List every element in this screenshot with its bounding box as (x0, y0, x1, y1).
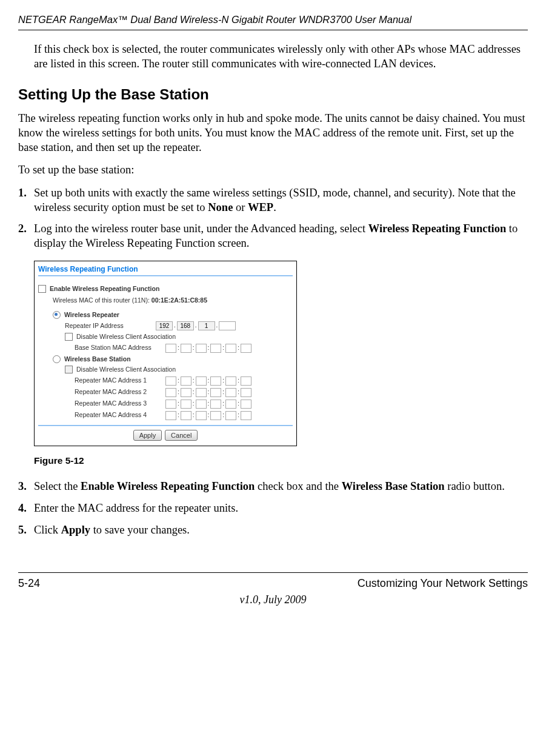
panel-button-row: Apply Cancel (38, 430, 293, 441)
mac-seg[interactable] (165, 388, 176, 397)
step-1-tail: . (273, 201, 276, 213)
base-mac-label: Base Station MAC Address (75, 344, 165, 352)
disable-assoc-checkbox-1[interactable] (65, 333, 73, 341)
step-5-bold1: Apply (61, 524, 90, 536)
disable-assoc-label-1: Disable Wireless Client Association (76, 333, 176, 341)
rep-mac4-label: Repeater MAC Address 4 (75, 411, 165, 419)
mac-seg[interactable] (225, 400, 236, 409)
step-2-body: Log into the wireless router base unit, … (34, 222, 528, 250)
cancel-button[interactable]: Cancel (165, 430, 198, 441)
section-para-1: The wireless repeating function works on… (18, 112, 528, 155)
rep-mac3-group: ::::: (165, 400, 251, 409)
mac-seg[interactable] (225, 388, 236, 397)
wireless-base-label: Wireless Base Station (64, 355, 131, 363)
mac-seg[interactable] (210, 344, 221, 353)
mac-seg[interactable] (181, 344, 191, 353)
step-2-bold1: Wireless Repeating Function (368, 222, 506, 235)
wireless-base-radio[interactable] (53, 355, 61, 363)
mac-seg[interactable] (165, 411, 176, 420)
step-5-body: Click Apply to save your changes. (34, 523, 528, 538)
mac-seg[interactable] (210, 400, 221, 409)
rep-mac1-row: Repeater MAC Address 1 ::::: (75, 376, 293, 386)
mac-seg[interactable] (210, 411, 221, 420)
mac-seg[interactable] (196, 411, 207, 420)
rep-mac1-label: Repeater MAC Address 1 (75, 376, 165, 384)
mac-seg[interactable] (241, 400, 251, 409)
base-mac-row: Base Station MAC Address ::::: (75, 344, 293, 353)
router-mac-info: Wireless MAC of this router (11N): 00:1E… (53, 296, 293, 304)
rep-mac3-row: Repeater MAC Address 3 ::::: (75, 400, 293, 409)
step-5-tail: to save your changes. (90, 524, 190, 536)
enable-repeating-label: Enable Wireless Repeating Function (50, 285, 159, 293)
rep-mac1-group: ::::: (165, 376, 251, 386)
mac-seg[interactable] (225, 376, 236, 386)
rep-mac2-group: ::::: (165, 388, 251, 397)
enable-repeating-checkbox[interactable] (38, 285, 46, 293)
mac-seg[interactable] (241, 388, 251, 397)
ip-octet-1[interactable] (156, 321, 173, 330)
mac-seg[interactable] (196, 376, 207, 386)
mac-seg[interactable] (181, 400, 191, 409)
figure-caption: Figure 5-12 (34, 455, 528, 467)
disable-assoc-row-2: Disable Wireless Client Association (65, 366, 293, 373)
rep-mac2-row: Repeater MAC Address 2 ::::: (75, 388, 293, 397)
section-para-2: To set up the base station: (18, 163, 528, 178)
ip-octet-2[interactable] (177, 321, 194, 330)
enable-repeating-row: Enable Wireless Repeating Function (38, 285, 293, 293)
mac-seg[interactable] (225, 411, 236, 420)
mac-seg[interactable] (181, 388, 191, 397)
step-1-body: Set up both units with exactly the same … (34, 186, 528, 215)
step-3-pre: Select the (34, 480, 81, 492)
panel-divider-bottom (38, 425, 293, 426)
step-3-tail: radio button. (445, 480, 505, 492)
step-4-number: 4. (18, 501, 34, 516)
panel-divider-top (38, 275, 293, 276)
rep-mac4-row: Repeater MAC Address 4 ::::: (75, 411, 293, 420)
disable-assoc-label-2: Disable Wireless Client Association (76, 366, 176, 373)
mac-seg[interactable] (196, 388, 207, 397)
mac-seg[interactable] (181, 411, 191, 420)
wireless-repeater-radio[interactable] (53, 311, 61, 319)
repeater-ip-row: Repeater IP Address . . . (65, 321, 293, 330)
step-3: 3. Select the Enable Wireless Repeating … (18, 480, 528, 494)
mac-seg[interactable] (241, 411, 251, 420)
step-3-number: 3. (18, 480, 34, 494)
intro-paragraph: If this check box is selected, the route… (34, 42, 528, 71)
mac-seg[interactable] (225, 344, 236, 353)
wireless-base-row: Wireless Base Station (53, 355, 293, 363)
step-2-pre: Log into the wireless router base unit, … (34, 222, 368, 235)
router-mac-label: Wireless MAC of this router (11N): (53, 296, 150, 304)
mac-seg[interactable] (241, 376, 251, 386)
disable-assoc-checkbox-2[interactable] (65, 366, 73, 373)
mac-seg[interactable] (196, 400, 207, 409)
repeater-ip-group: . . . (156, 321, 236, 330)
mac-seg[interactable] (181, 376, 191, 386)
step-3-mid: check box and the (255, 480, 341, 492)
step-1: 1. Set up both units with exactly the sa… (18, 186, 528, 215)
mac-seg[interactable] (241, 344, 251, 353)
apply-button[interactable]: Apply (133, 430, 162, 441)
footer-section-name: Customizing Your Network Settings (358, 577, 528, 590)
mac-seg[interactable] (210, 376, 221, 386)
step-1-bold2: WEP (248, 201, 273, 213)
doc-header-title: NETGEAR RangeMax™ Dual Band Wireless-N G… (18, 13, 528, 26)
step-1-number: 1. (18, 186, 34, 215)
disable-assoc-row-1: Disable Wireless Client Association (65, 333, 293, 341)
mac-seg[interactable] (165, 400, 176, 409)
mac-seg[interactable] (196, 344, 207, 353)
step-4-body: Enter the MAC address for the repeater u… (34, 501, 528, 516)
step-5-number: 5. (18, 523, 34, 538)
wireless-repeater-label: Wireless Repeater (64, 311, 119, 319)
mac-seg[interactable] (165, 344, 176, 353)
footer-row: 5-24 Customizing Your Network Settings (18, 577, 528, 590)
step-3-body: Select the Enable Wireless Repeating Fun… (34, 480, 528, 494)
rep-mac3-label: Repeater MAC Address 3 (75, 400, 165, 407)
ip-octet-4[interactable] (219, 321, 236, 330)
step-4: 4. Enter the MAC address for the repeate… (18, 501, 528, 516)
step-1-bold1: None (208, 201, 233, 213)
mac-seg[interactable] (210, 388, 221, 397)
mac-seg[interactable] (165, 376, 176, 386)
ip-octet-3[interactable] (198, 321, 215, 330)
base-mac-group: ::::: (165, 344, 251, 353)
footer-version: v1.0, July 2009 (18, 593, 528, 607)
